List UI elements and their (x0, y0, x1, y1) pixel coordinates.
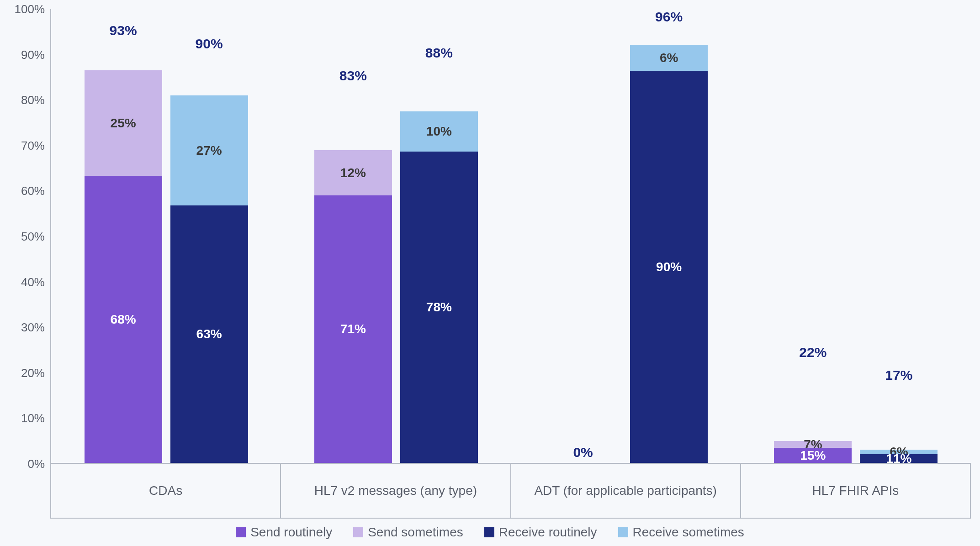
bar-stack: 78%10% (400, 63, 478, 463)
plot-row: 100%90%80%70%60%50%40%30%20%10%0% 93%68%… (9, 9, 971, 464)
bar-stack: 11%6% (860, 386, 938, 463)
bar-total-label: 96% (630, 9, 708, 25)
x-axis-labels: CDAsHL7 v2 messages (any type)ADT (for a… (50, 464, 971, 519)
legend-label: Receive routinely (499, 525, 597, 540)
legend-swatch (484, 527, 494, 537)
bar-total-label: 88% (400, 45, 478, 61)
bar-segment: 90% (630, 71, 708, 463)
legend-label: Send routinely (250, 525, 332, 540)
receive-bar: 88%78%10% (400, 9, 478, 463)
x-axis-label: CDAs (50, 464, 280, 519)
legend: Send routinelySend sometimesReceive rout… (9, 519, 971, 541)
bar-stack: 15%7% (774, 363, 852, 463)
receive-bar: 96%90%6% (630, 9, 708, 463)
x-axis-label: ADT (for applicable participants) (510, 464, 740, 519)
bar-stack: 63%27% (170, 54, 248, 463)
legend-label: Send sometimes (368, 525, 463, 540)
category-group: 83%71%12%88%78%10% (281, 9, 511, 463)
bar-total-label: 83% (314, 68, 392, 84)
legend-label: Receive sometimes (633, 525, 744, 540)
bar-groups: 93%68%25%90%63%27%83%71%12%88%78%10%0%96… (51, 9, 971, 463)
bar-segment: 11% (860, 454, 938, 463)
send-bar: 93%68%25% (85, 9, 162, 463)
send-bar: 0% (544, 9, 622, 463)
legend-item: Receive sometimes (618, 525, 744, 540)
legend-item: Send sometimes (353, 525, 463, 540)
stacked-bar-chart: 100%90%80%70%60%50%40%30%20%10%0% 93%68%… (9, 9, 971, 541)
legend-swatch (353, 527, 363, 537)
bar-segment: 71% (314, 195, 392, 463)
bar-segment: 78% (400, 152, 478, 463)
y-axis: 100%90%80%70%60%50%40%30%20%10%0% (9, 9, 50, 464)
bar-segment: 63% (170, 205, 248, 463)
legend-swatch (236, 527, 246, 537)
legend-item: Receive routinely (484, 525, 597, 540)
bar-total-label: 22% (774, 345, 852, 360)
legend-item: Send routinely (236, 525, 332, 540)
bar-segment: 12% (314, 150, 392, 195)
send-bar: 22%15%7% (774, 9, 852, 463)
x-axis-row: CDAsHL7 v2 messages (any type)ADT (for a… (9, 464, 971, 519)
receive-bar: 17%11%6% (860, 9, 938, 463)
bar-total-label: 17% (860, 368, 938, 383)
bar-segment: 68% (85, 176, 162, 463)
x-axis-label: HL7 FHIR APIs (740, 464, 971, 519)
plot-area: 93%68%25%90%63%27%83%71%12%88%78%10%0%96… (50, 9, 971, 464)
bar-segment: 27% (170, 95, 248, 206)
bar-stack: 71%12% (314, 86, 392, 463)
x-axis-spacer (9, 464, 50, 519)
send-bar: 83%71%12% (314, 9, 392, 463)
bar-total-label: 0% (544, 445, 622, 460)
x-axis-label: HL7 v2 messages (any type) (280, 464, 510, 519)
bar-segment: 25% (85, 70, 162, 176)
bar-total-label: 90% (170, 36, 248, 52)
category-group: 0%96%90%6% (511, 9, 741, 463)
bar-segment: 15% (774, 448, 852, 463)
receive-bar: 90%63%27% (170, 9, 248, 463)
bar-stack: 68%25% (85, 41, 162, 463)
category-group: 93%68%25%90%63%27% (51, 9, 281, 463)
bar-stack: 90%6% (630, 27, 708, 463)
bar-segment: 6% (630, 45, 708, 71)
category-group: 22%15%7%17%11%6% (741, 9, 971, 463)
bar-segment: 10% (400, 111, 478, 151)
legend-swatch (618, 527, 628, 537)
bar-segment: 7% (774, 441, 852, 448)
bar-total-label: 93% (85, 23, 162, 38)
